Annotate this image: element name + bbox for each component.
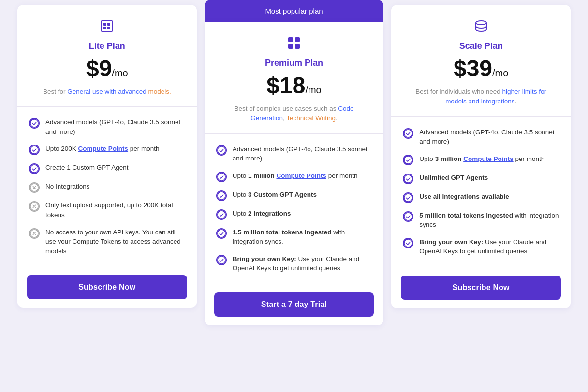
- plan-name: Premium Plan: [218, 58, 370, 68]
- svg-point-17: [218, 192, 225, 200]
- check-icon: [29, 163, 40, 174]
- svg-point-20: [218, 256, 225, 264]
- plan-card-premium: Premium Plan $18/mo Best of complex use …: [205, 22, 384, 325]
- check-icon: [216, 255, 227, 265]
- feature-item: 5 million total tokens ingested with int…: [403, 211, 559, 230]
- svg-point-23: [404, 156, 412, 164]
- svg-rect-12: [295, 37, 300, 42]
- check-icon: [403, 128, 413, 139]
- svg-point-5: [30, 119, 38, 127]
- svg-point-7: [30, 165, 38, 173]
- plan-icon-scale: [405, 18, 557, 37]
- svg-point-26: [404, 213, 412, 220]
- feature-item: Advanced models (GPT-4o, Claude 3.5 sonn…: [403, 128, 559, 146]
- svg-point-19: [218, 230, 225, 237]
- plan-price-block: $18/mo: [218, 74, 370, 97]
- feature-item: Use all integrations available: [403, 192, 559, 203]
- feature-text: Create 1 Custom GPT Agent: [45, 163, 129, 173]
- feature-item: Unlimited GPT Agents: [403, 173, 559, 184]
- cross-icon: [29, 228, 40, 239]
- svg-point-25: [404, 194, 412, 202]
- feature-text: Advanced models (GPT-4o, Claude 3.5 sonn…: [45, 117, 185, 136]
- svg-point-16: [218, 173, 225, 181]
- plan-name: Lite Plan: [31, 41, 183, 51]
- feature-item: Upto 1 million Compute Points per month: [216, 171, 372, 182]
- plan-description: Best for General use with advanced model…: [31, 87, 183, 97]
- feature-text: No Integrations: [45, 182, 90, 191]
- plan-features: Advanced models (GPT-4o, Claude 3.5 sonn…: [17, 107, 197, 266]
- svg-point-22: [404, 129, 412, 137]
- plan-price: $39: [454, 57, 492, 80]
- check-icon: [403, 174, 413, 184]
- svg-rect-2: [107, 23, 110, 26]
- check-icon: [216, 190, 227, 201]
- check-icon: [29, 145, 40, 155]
- subscribe-button-lite[interactable]: Subscribe Now: [27, 275, 187, 299]
- svg-rect-11: [288, 37, 293, 42]
- feature-text: Upto 2 integrations: [233, 209, 291, 218]
- compute-points-link[interactable]: Compute Points: [463, 155, 514, 162]
- subscribe-button-premium[interactable]: Start a 7 day Trial: [214, 292, 374, 317]
- plan-wrapper-lite: Lite Plan $9/mo Best for General use wit…: [17, 5, 197, 308]
- svg-point-6: [30, 146, 38, 154]
- plan-icon-lite: [31, 18, 183, 37]
- check-icon: [403, 211, 413, 222]
- plan-price: $18: [266, 74, 305, 97]
- check-icon: [216, 145, 227, 156]
- check-icon: [216, 209, 227, 220]
- feature-item: Upto 2 integrations: [216, 209, 372, 220]
- feature-text: 5 million total tokens ingested with int…: [419, 211, 559, 230]
- plan-price-block: $9/mo: [31, 57, 183, 80]
- feature-item: No access to your own API keys. You can …: [29, 228, 185, 256]
- plan-name: Scale Plan: [405, 41, 557, 51]
- feature-text: Upto 1 million Compute Points per month: [233, 171, 358, 181]
- check-icon: [403, 238, 413, 248]
- feature-item: Advanced models (GPT-4o, Claude 3.5 sonn…: [216, 145, 372, 163]
- feature-text: Use all integrations available: [419, 192, 509, 202]
- feature-text: Advanced models (GPT-4o, Claude 3.5 sonn…: [233, 145, 372, 163]
- check-icon: [403, 155, 413, 165]
- check-icon: [29, 118, 40, 129]
- feature-item: Upto 200K Compute Points per month: [29, 144, 185, 155]
- svg-rect-14: [295, 44, 300, 49]
- featured-plan-wrapper: Most popular plan Premium Plan $18/mo Be…: [205, 0, 384, 325]
- feature-text: Advanced models (GPT-4o, Claude 3.5 sonn…: [419, 128, 559, 146]
- cross-icon: [29, 182, 40, 193]
- plan-price-mo: /mo: [112, 68, 128, 78]
- feature-item: 1.5 million total tokens ingested with i…: [216, 228, 372, 247]
- feature-text: Bring your own Key: Use your Claude and …: [419, 237, 559, 256]
- svg-point-18: [218, 211, 225, 218]
- svg-rect-0: [101, 20, 113, 32]
- plan-price: $9: [86, 57, 112, 80]
- plan-wrapper-scale: Scale Plan $39/mo Best for individuals w…: [391, 5, 571, 308]
- svg-point-24: [404, 175, 412, 183]
- plan-price-block: $39/mo: [405, 57, 557, 80]
- subscribe-button-scale[interactable]: Subscribe Now: [401, 276, 561, 300]
- plan-description: Best of complex use cases such as Code G…: [218, 104, 370, 124]
- plan-header: Premium Plan $18/mo Best of complex use …: [205, 22, 384, 134]
- plans-container: Lite Plan $9/mo Best for General use wit…: [14, 0, 574, 325]
- svg-rect-1: [103, 23, 106, 26]
- feature-item: Upto 3 million Compute Points per month: [403, 154, 559, 165]
- check-icon: [403, 192, 413, 203]
- feature-text: Upto 200K Compute Points per month: [45, 144, 160, 154]
- plan-description: Best for individuals who need higher lim…: [405, 87, 557, 107]
- compute-points-link[interactable]: Compute Points: [276, 172, 326, 179]
- compute-points-link[interactable]: Compute Points: [78, 145, 129, 152]
- plan-features: Advanced models (GPT-4o, Claude 3.5 sonn…: [391, 117, 571, 267]
- plan-features: Advanced models (GPT-4o, Claude 3.5 sonn…: [205, 134, 384, 284]
- svg-rect-13: [288, 44, 293, 49]
- feature-text: Unlimited GPT Agents: [419, 173, 488, 183]
- feature-text: No access to your own API keys. You can …: [45, 228, 185, 256]
- plan-card-lite: Lite Plan $9/mo Best for General use wit…: [17, 5, 197, 308]
- svg-point-27: [404, 239, 412, 247]
- featured-badge: Most popular plan: [205, 0, 384, 22]
- svg-rect-4: [107, 27, 110, 29]
- plan-footer: Subscribe Now: [391, 267, 571, 308]
- feature-text: Bring your own Key: Use your Claude and …: [233, 254, 372, 273]
- feature-item: Only text upload supported, up to 200K t…: [29, 201, 185, 219]
- plan-price-mo: /mo: [492, 68, 508, 78]
- check-icon: [216, 172, 227, 182]
- cross-icon: [29, 201, 40, 212]
- check-icon: [216, 228, 227, 239]
